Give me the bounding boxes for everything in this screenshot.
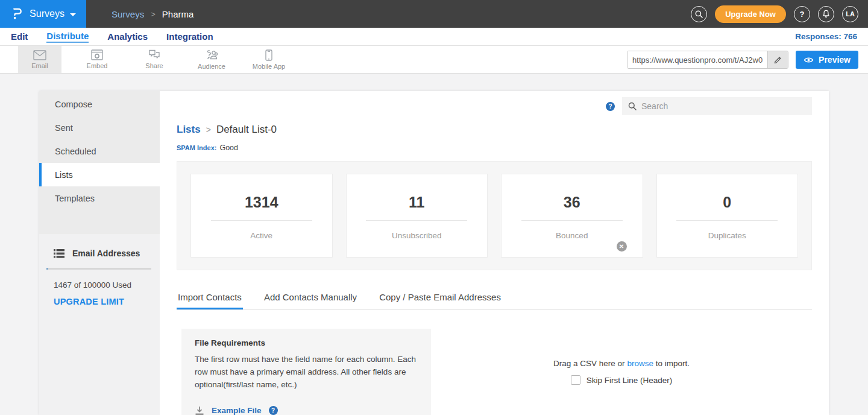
breadcrumb-survey-name: Pharma (162, 9, 194, 19)
survey-url-field (627, 51, 788, 69)
import-contacts-pane: File Requirements The first row must hav… (177, 329, 812, 415)
search-icon (695, 10, 703, 18)
csv-drop-zone[interactable]: Drag a CSV here or browse to import. Ski… (431, 359, 812, 415)
preview-label: Preview (819, 55, 851, 65)
survey-url-input[interactable] (627, 51, 767, 68)
file-requirements-box: File Requirements The first row must hav… (181, 329, 431, 415)
notifications-button[interactable] (818, 6, 834, 22)
help-button[interactable]: ? (794, 6, 810, 22)
email-sidebar-nav: Compose Sent Scheduled Lists Templates (39, 91, 160, 234)
topbar-actions: Upgrade Now ? LA (691, 0, 868, 28)
breadcrumb-separator: > (206, 125, 211, 135)
tab-analytics[interactable]: Analytics (107, 31, 148, 42)
survey-link-area: Preview (627, 51, 858, 69)
sidebar-item-templates[interactable]: Templates (39, 186, 160, 210)
responses-count[interactable]: Responses: 766 (795, 32, 857, 41)
search-input[interactable] (641, 101, 806, 111)
list-stats: 1314 Active 11 Unsubscribed 36 Bounced ✕… (177, 161, 812, 270)
example-file-help-icon[interactable]: ? (269, 406, 278, 415)
stat-label: Unsubscribed (347, 231, 488, 240)
stat-value: 1314 (191, 194, 332, 211)
email-icon (33, 50, 46, 60)
toolbar-item-embed[interactable]: Embed (75, 46, 119, 73)
tab-add-contacts-manually[interactable]: Add Contacts Manually (263, 288, 358, 309)
edit-url-button[interactable] (767, 51, 788, 68)
tab-copy-paste-email-addresses[interactable]: Copy / Paste Email Addresses (378, 288, 502, 309)
email-sidebar: Compose Sent Scheduled Lists Templates E… (39, 91, 160, 415)
toolbar-item-label: Embed (87, 62, 108, 69)
stat-card-unsubscribed: 11 Unsubscribed (346, 174, 488, 258)
share-icon (148, 49, 161, 60)
user-avatar[interactable]: LA (842, 6, 858, 22)
stat-card-bounced: 36 Bounced ✕ (501, 174, 643, 258)
toolbar-item-share[interactable]: Share (133, 46, 176, 73)
clear-bounced-icon[interactable]: ✕ (617, 241, 627, 252)
toolbar-item-label: Email (31, 62, 48, 69)
stat-card-duplicates: 0 Duplicates (656, 174, 799, 258)
preview-button[interactable]: Preview (796, 51, 858, 69)
mobile-app-icon (265, 49, 272, 61)
chevron-down-icon (70, 13, 76, 16)
toolbar-item-mobile-app[interactable]: Mobile App (247, 46, 291, 73)
file-requirements-text: The first row must have the field name f… (195, 353, 418, 391)
breadcrumb: Surveys > Pharma (112, 0, 193, 28)
email-addresses-section: Email Addresses 1467 of 100000 Used UPGR… (39, 234, 160, 306)
lists-link[interactable]: Lists (177, 124, 201, 136)
search-icon (628, 102, 637, 110)
stat-value: 11 (347, 194, 488, 211)
browse-link[interactable]: browse (627, 359, 653, 368)
stat-label: Bounced (502, 231, 643, 240)
spam-index-value: Good (219, 144, 238, 152)
product-name: Surveys (30, 8, 64, 19)
skip-first-line-label: Skip First Line (Header) (587, 376, 673, 385)
stat-value: 36 (502, 194, 643, 211)
toolbar-item-audience[interactable]: Audience (190, 46, 233, 73)
skip-first-line-checkbox[interactable] (571, 375, 580, 385)
email-usage-progressbar (46, 268, 151, 270)
survey-nav: Edit Distribute Analytics Integration Re… (0, 28, 868, 46)
email-usage-progress-fill (46, 268, 48, 270)
tab-distribute[interactable]: Distribute (46, 31, 89, 43)
list-search-row: ? (177, 97, 812, 115)
list-breadcrumb: Lists > Default List-0 (177, 124, 812, 136)
file-requirements-title: File Requirements (195, 338, 418, 347)
stat-label: Active (191, 231, 332, 240)
sidebar-item-compose[interactable]: Compose (39, 92, 160, 116)
tab-import-contacts[interactable]: Import Contacts (177, 288, 243, 309)
example-file-link[interactable]: Example File (212, 406, 262, 415)
product-switcher[interactable]: Surveys (0, 0, 86, 28)
sidebar-item-lists[interactable]: Lists (39, 163, 160, 186)
stat-label: Duplicates (657, 231, 798, 240)
tab-integration[interactable]: Integration (166, 31, 213, 42)
upgrade-limit-link[interactable]: UPGRADE LIMIT (54, 297, 151, 306)
spam-index-label: SPAM Index: (177, 144, 216, 151)
search-button[interactable] (691, 6, 707, 22)
list-icon (54, 249, 64, 258)
toolbar-item-label: Share (145, 62, 163, 69)
distribute-toolbar: Email Embed Share Audience (0, 46, 868, 74)
toolbar-item-label: Audience (198, 63, 225, 70)
toolbar-item-email[interactable]: Email (18, 46, 61, 73)
stat-card-active: 1314 Active (190, 174, 333, 258)
upgrade-now-button[interactable]: Upgrade Now (715, 5, 786, 23)
download-icon (195, 406, 204, 415)
toolbar-item-label: Mobile App (253, 63, 285, 70)
spam-index: SPAM Index: Good (177, 144, 812, 152)
top-bar: Surveys Surveys > Pharma Upgrade Now ? L… (0, 0, 868, 28)
sidebar-item-sent[interactable]: Sent (39, 116, 160, 139)
eye-icon (804, 57, 814, 63)
contact-tabs: Import Contacts Add Contacts Manually Co… (177, 288, 812, 310)
breadcrumb-separator: > (151, 10, 156, 19)
sidebar-item-scheduled[interactable]: Scheduled (39, 139, 160, 163)
email-distribution-panel: Compose Sent Scheduled Lists Templates E… (39, 91, 829, 415)
lists-main-content: ? Lists > Default List-0 SPAM Index: Goo… (160, 91, 829, 415)
drop-zone-text: Drag a CSV here or browse to import. (553, 359, 690, 368)
embed-icon (91, 49, 103, 60)
audience-icon (204, 49, 219, 61)
list-search-box (622, 97, 812, 115)
breadcrumb-surveys-link[interactable]: Surveys (112, 9, 144, 19)
pencil-icon (774, 56, 782, 64)
email-usage-text: 1467 of 100000 Used (54, 280, 151, 290)
help-icon[interactable]: ? (606, 102, 615, 111)
tab-edit[interactable]: Edit (11, 31, 28, 42)
